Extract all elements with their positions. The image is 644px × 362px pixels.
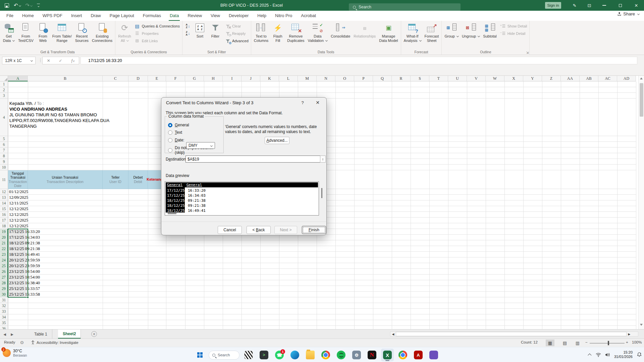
row-header-12[interactable]: 12 — [0, 189, 8, 195]
file-explorer-taskbar-button[interactable] — [304, 349, 317, 361]
column-header-e[interactable]: E — [148, 76, 166, 81]
chrome-taskbar-button[interactable] — [319, 349, 332, 361]
undo-button[interactable]: ↶ — [14, 3, 21, 8]
notification-bell-icon[interactable]: z — [637, 352, 642, 357]
zoom-slider-track[interactable] — [590, 343, 625, 344]
row-header-4[interactable]: 4 — [0, 99, 8, 136]
group-button[interactable]: ⊞Group — [443, 21, 460, 49]
zebra-app-taskbar-button[interactable] — [242, 349, 255, 361]
cell-a16[interactable]: 12/12/2025 — [8, 212, 28, 218]
manage-data-model-button[interactable]: ▣ManageData Model — [377, 21, 399, 49]
column-header-q[interactable]: Q — [373, 76, 392, 81]
start-button[interactable] — [194, 349, 206, 361]
column-header-f[interactable]: F — [166, 76, 185, 81]
column-header-x[interactable]: X — [504, 76, 523, 81]
row-header-29[interactable]: 29 — [0, 286, 8, 292]
radio-general[interactable]: General — [168, 123, 189, 127]
speaker-icon[interactable] — [605, 353, 610, 357]
row-header-24[interactable]: 24 — [0, 257, 8, 263]
column-header-v[interactable]: V — [467, 76, 486, 81]
advanced-button[interactable]: Advanced... — [265, 137, 289, 144]
cell-a12[interactable]: 01/12/2025 — [8, 189, 28, 195]
preview-column1-header[interactable]: General — [167, 183, 182, 187]
advanced-button[interactable]: ⚙Advanced — [223, 37, 250, 44]
scroll-down-icon[interactable] — [640, 324, 643, 326]
page-break-view-icon[interactable]: ▥ — [573, 340, 582, 346]
column-header-r[interactable]: R — [392, 76, 411, 81]
row-header-14[interactable]: 14 — [0, 200, 8, 206]
forecast-sheet-button[interactable]: ↗ForecastSheet — [423, 21, 441, 49]
from-web-button[interactable]: FromWeb — [35, 21, 51, 49]
tab-page-layout[interactable]: Page Layout — [105, 11, 139, 21]
row-header-19[interactable]: 19 — [0, 229, 8, 235]
tab-file[interactable]: File — [2, 11, 18, 21]
tab-data[interactable]: Data — [165, 11, 183, 21]
cancel-button[interactable]: Cancel — [218, 226, 242, 234]
excel-taskbar-button[interactable] — [381, 349, 394, 361]
row-header-33[interactable]: 33 — [0, 309, 8, 314]
column-header-u[interactable]: U — [448, 76, 467, 81]
back-button[interactable]: < Back — [247, 226, 271, 234]
from-text-csv-button[interactable]: FromText/CSV — [16, 21, 35, 49]
row-header-23[interactable]: 23 — [0, 252, 8, 257]
horizontal-scroll-thumb[interactable] — [396, 332, 627, 336]
row-header-13[interactable]: 13 — [0, 195, 8, 200]
column-header-z[interactable]: Z — [542, 76, 561, 81]
row-header-32[interactable]: 32 — [0, 303, 8, 309]
row-header-34[interactable]: 34 — [0, 314, 8, 320]
tab-wps-pdf[interactable]: WPS PDF — [38, 11, 67, 21]
row-header-3[interactable]: 3 — [0, 93, 8, 99]
row-header-6[interactable]: 6 — [0, 142, 8, 147]
save-icon[interactable] — [5, 3, 9, 8]
row-header-31[interactable]: 31 — [0, 297, 8, 303]
column-header-m[interactable]: M — [298, 76, 317, 81]
existing-connections-button[interactable]: ExistingConnections — [90, 21, 114, 49]
ungroup-button[interactable]: ⊠Ungroup — [460, 21, 481, 49]
vertical-scrollbar[interactable] — [638, 76, 644, 329]
name-box[interactable]: 12R x 1C — [2, 57, 36, 64]
clock[interactable]: 15:20 31/01/2026 — [614, 350, 633, 359]
row-header-8[interactable]: 8 — [0, 153, 8, 159]
row-header-2[interactable]: 2 — [0, 87, 8, 93]
column-header-ac[interactable]: AC — [598, 76, 617, 81]
row-header-22[interactable]: 22 — [0, 246, 8, 252]
chrome-2-taskbar-button[interactable] — [396, 349, 409, 361]
minimize-button[interactable] — [597, 0, 611, 11]
subtotal-button[interactable]: ⊞⊞Subtotal — [481, 21, 498, 49]
row-header-21[interactable]: 21 — [0, 240, 8, 246]
column-header-p[interactable]: P — [354, 76, 373, 81]
tab-help[interactable]: Help — [253, 11, 271, 21]
tab-developer[interactable]: Developer — [224, 11, 253, 21]
consolidate-button[interactable]: ⇒Consolidate — [329, 21, 352, 49]
row-header-10[interactable]: 10 — [0, 165, 8, 170]
wifi-icon[interactable] — [596, 353, 601, 357]
tray-expand-icon[interactable] — [588, 353, 591, 357]
settings-taskbar-button[interactable] — [350, 349, 363, 361]
tab-view[interactable]: View — [206, 11, 224, 21]
finish-button[interactable]: Finish — [302, 226, 326, 234]
accessibility-status[interactable]: Accessibility: Investigate — [31, 340, 78, 345]
weather-widget[interactable]: 2 30°CBerawan — [3, 349, 27, 357]
column-header-g[interactable]: G — [185, 76, 204, 81]
column-header-aa[interactable]: AA — [561, 76, 580, 81]
customize-toolbar-icon[interactable]: ⌄ — [37, 4, 40, 7]
row-header-7[interactable]: 7 — [0, 147, 8, 153]
macro-record-icon[interactable]: ⊙ — [20, 340, 24, 345]
column-header-h[interactable]: H — [204, 76, 223, 81]
cell-a18[interactable]: 12/12/2025 — [8, 223, 28, 229]
preview-column2-header[interactable]: General — [186, 183, 202, 187]
purple-app-taskbar-button[interactable] — [427, 349, 440, 361]
cell-a13[interactable]: 12/09/2025 — [8, 195, 28, 200]
edge-taskbar-button[interactable] — [288, 349, 301, 361]
cell-a14[interactable]: 12/11/2025 — [8, 200, 28, 206]
filter-button[interactable]: Filter — [208, 21, 223, 49]
horizontal-scrollbar[interactable]: ◀ ▶ — [390, 331, 638, 337]
remove-duplicates-button[interactable]: ✕RemoveDuplicates — [285, 21, 306, 49]
row-header-28[interactable]: 28 — [0, 280, 8, 286]
date-format-select[interactable]: DMY — [186, 142, 215, 149]
whatsapp-taskbar-button[interactable]: 1 — [273, 349, 286, 361]
column-header-ab[interactable]: AB — [580, 76, 598, 81]
share-button[interactable]: Share — [617, 11, 639, 16]
sort-za-button[interactable]: ZA↓ — [183, 30, 192, 37]
row-header-11[interactable]: 11 — [0, 170, 8, 189]
